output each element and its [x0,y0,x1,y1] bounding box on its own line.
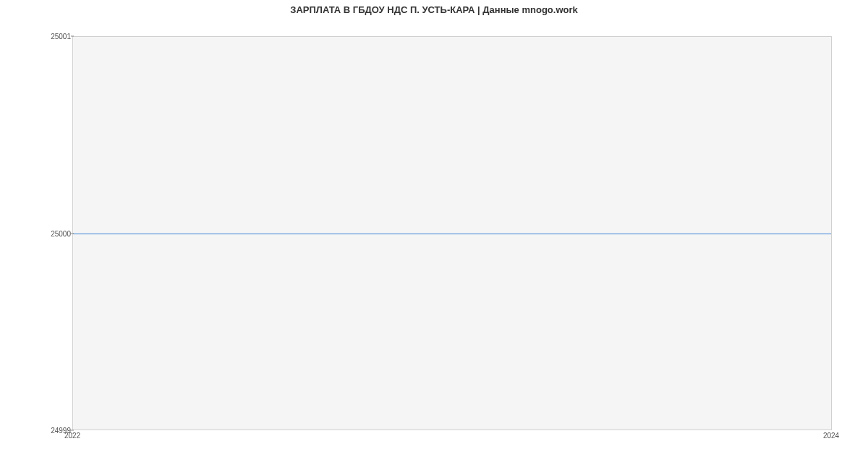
chart-container: 25001 25000 24999 2022 2024 [36,22,832,445]
y-tick-mark [71,36,74,37]
y-tick-label: 25001 [38,33,71,40]
y-tick-mark [71,233,74,234]
x-tick-label: 2022 [64,432,80,440]
x-tick-label: 2024 [823,432,839,440]
plot-area [72,36,832,430]
chart-title: ЗАРПЛАТА В ГБДОУ НДС П. УСТЬ-КАРА | Данн… [0,0,868,18]
data-series-line [73,234,831,234]
y-tick-label: 25000 [38,229,71,237]
y-tick-mark [71,430,74,431]
